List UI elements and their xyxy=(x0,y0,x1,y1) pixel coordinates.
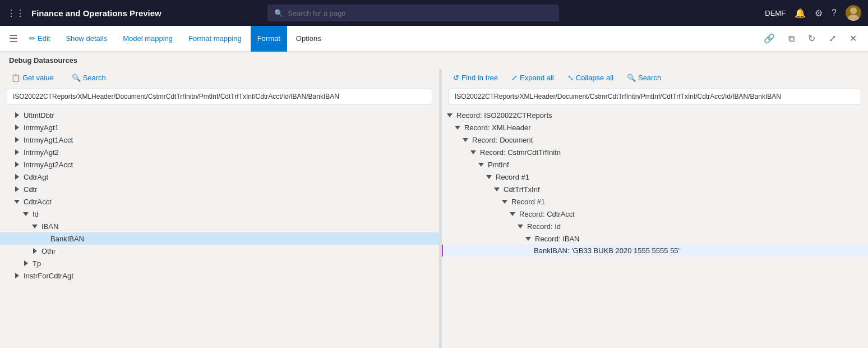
grid-icon[interactable]: ⋮⋮ xyxy=(7,8,25,19)
right-tree-item-iso20022[interactable]: Record: ISO20022CTReports xyxy=(442,109,868,121)
tree-label-instrforcdtragt: InstrForCdtrAgt xyxy=(24,272,73,280)
tree-toggle-tp xyxy=(22,259,31,268)
split-view-icon[interactable]: ⧉ xyxy=(784,31,799,46)
tree-item-bankiban[interactable]: BankIBAN xyxy=(0,232,439,245)
right-tree-label-iso20022: Record: ISO20022CTReports xyxy=(456,111,552,120)
right-tree-item-right-id[interactable]: Record: Id xyxy=(442,220,868,232)
edit-icon: ✏ xyxy=(29,34,35,43)
right-tree-label-record1b: Record #1 xyxy=(511,198,545,206)
format-button[interactable]: Format xyxy=(251,26,287,52)
tree-toggle-intrmyagt1 xyxy=(13,123,22,132)
left-search-button[interactable]: 🔍 Search xyxy=(67,71,110,84)
format-mapping-label: Format mapping xyxy=(188,34,242,43)
options-tab[interactable]: Options xyxy=(289,26,328,52)
tree-item-intrmyagt2acct[interactable]: IntrmyAgt2Acct xyxy=(0,158,439,171)
refresh-icon[interactable]: ↻ xyxy=(804,31,820,46)
tree-item-iban[interactable]: IBAN xyxy=(0,220,439,232)
right-path-bar: ISO20022CTReports/XMLHeader/Document/Cst… xyxy=(449,89,861,104)
tree-toggle-instrforcdtragt xyxy=(13,271,22,280)
expand-all-label: Expand all xyxy=(520,74,554,82)
right-tree-item-record1a[interactable]: Record #1 xyxy=(442,171,868,183)
global-search-input[interactable] xyxy=(288,9,552,17)
right-tree-label-cstmrcdt: Record: CstmrCdtTrfInitn xyxy=(480,148,561,157)
tree-item-cdtr[interactable]: Cdtr xyxy=(0,183,439,195)
collapse-all-icon: ⤡ xyxy=(567,74,574,82)
tree-toggle-othr xyxy=(31,246,40,255)
tree-item-instrforcdtragt[interactable]: InstrForCdtrAgt xyxy=(0,269,439,282)
global-search-bar[interactable]: 🔍 xyxy=(267,4,559,21)
search-icon: 🔍 xyxy=(72,74,81,82)
find-in-tree-button[interactable]: ↺ Find in tree xyxy=(449,71,502,84)
right-tree-item-cdttrftxinf[interactable]: CdtTrfTxInf xyxy=(442,183,868,195)
close-button[interactable]: ✕ xyxy=(845,31,861,46)
svg-point-0 xyxy=(850,7,857,14)
right-tree-item-bankiban-value[interactable]: BankIBAN: 'GB33 BUKB 2020 1555 5555 55' xyxy=(442,245,868,257)
right-tree-label-bankiban-value: BankIBAN: 'GB33 BUKB 2020 1555 5555 55' xyxy=(534,246,680,255)
tree-item-cdtracct[interactable]: CdtrAcct xyxy=(0,195,439,208)
right-tree-item-cstmrcdt[interactable]: Record: CstmrCdtTrfInitn xyxy=(442,146,868,158)
find-in-tree-label: Find in tree xyxy=(461,74,498,82)
tree-toggle-right-cdtracct xyxy=(509,209,518,218)
tree-label-intrmyagt1acct: IntrmyAgt1Acct xyxy=(24,136,73,144)
format-label: Format xyxy=(257,34,280,43)
help-icon[interactable]: ? xyxy=(832,8,837,18)
format-mapping-button[interactable]: Format mapping xyxy=(182,26,248,52)
tree-item-id[interactable]: Id xyxy=(0,208,439,220)
expand-icon[interactable]: ⤢ xyxy=(824,31,841,46)
right-tree-item-xmlheader[interactable]: Record: XMLHeader xyxy=(442,121,868,134)
bell-icon[interactable]: 🔔 xyxy=(795,8,806,19)
top-nav-right: DEMF 🔔 ⚙ ? xyxy=(765,5,861,21)
tree-toggle-document xyxy=(462,135,471,144)
tree-toggle-cdttrftxinf xyxy=(493,185,502,194)
tree-item-ultmtdbtr[interactable]: UltmtDbtr xyxy=(0,109,439,121)
tree-item-tp[interactable]: Tp xyxy=(0,257,439,269)
collapse-all-button[interactable]: ⤡ Collapse all xyxy=(563,71,618,84)
tree-toggle-intrmyagt2acct xyxy=(13,160,22,169)
right-search-icon: 🔍 xyxy=(627,74,636,82)
tree-label-ultmtdbtr: UltmtDbtr xyxy=(24,111,54,120)
tree-toggle-intrmyagt1acct xyxy=(13,135,22,144)
expand-all-icon: ⤢ xyxy=(511,74,518,82)
tree-toggle-cdtracct xyxy=(13,197,22,206)
avatar[interactable] xyxy=(846,5,861,21)
left-panel: 📋 Get value 🔍 Search ISO20022CTReports/X… xyxy=(0,69,439,348)
tree-label-intrmyagt1: IntrmyAgt1 xyxy=(24,123,59,132)
model-mapping-button[interactable]: Model mapping xyxy=(116,26,179,52)
tree-toggle-right-id xyxy=(517,222,526,231)
tree-label-intrmyagt2acct: IntrmyAgt2Acct xyxy=(24,161,73,169)
right-tree-item-right-iban[interactable]: Record: IBAN xyxy=(442,232,868,245)
get-value-button[interactable]: 📋 Get value xyxy=(7,71,58,84)
link-icon[interactable]: 🔗 xyxy=(759,31,779,46)
right-tree-item-right-cdtracct[interactable]: Record: CdtrAcct xyxy=(442,208,868,220)
tree-toggle-record1b xyxy=(501,197,510,206)
show-details-label: Show details xyxy=(66,34,107,43)
tree-label-bankiban: BankIBAN xyxy=(50,235,84,243)
left-tree: UltmtDbtr IntrmyAgt1 IntrmyAgt1Acct Intr… xyxy=(0,107,439,348)
tree-item-intrmyagt1[interactable]: IntrmyAgt1 xyxy=(0,121,439,134)
tree-item-cdtragt[interactable]: CdtrAgt xyxy=(0,171,439,183)
show-details-button[interactable]: Show details xyxy=(59,26,114,52)
tree-item-intrmyagt2[interactable]: IntrmyAgt2 xyxy=(0,146,439,158)
right-panel: ↺ Find in tree ⤢ Expand all ⤡ Collapse a… xyxy=(442,69,868,348)
tree-item-intrmyagt1acct[interactable]: IntrmyAgt1Acct xyxy=(0,134,439,146)
gear-icon[interactable]: ⚙ xyxy=(815,8,823,19)
search-icon: 🔍 xyxy=(274,9,283,17)
tree-toggle-cdtragt xyxy=(13,172,22,181)
hamburger-icon[interactable]: ☰ xyxy=(7,30,20,47)
right-tree-item-record1b[interactable]: Record #1 xyxy=(442,195,868,208)
tree-label-cdtracct: CdtrAcct xyxy=(24,198,52,206)
right-tree-item-pmtinf[interactable]: PmtInf xyxy=(442,158,868,171)
right-tree-item-document[interactable]: Record: Document xyxy=(442,134,868,146)
left-search-label: Search xyxy=(83,74,106,82)
expand-all-button[interactable]: ⤢ Expand all xyxy=(507,71,558,84)
main-content: Debug Datasources 📋 Get value 🔍 Search I… xyxy=(0,52,868,348)
get-value-icon: 📋 xyxy=(11,74,20,82)
sec-nav-actions: 🔗 ⧉ ↻ ⤢ ✕ xyxy=(759,31,861,46)
edit-button[interactable]: ✏ Edit xyxy=(22,26,57,52)
tree-toggle-cdtr xyxy=(13,185,22,194)
tree-item-othr[interactable]: Othr xyxy=(0,245,439,257)
tree-label-id: Id xyxy=(33,210,39,218)
right-tree-label-right-id: Record: Id xyxy=(527,222,561,231)
right-search-button[interactable]: 🔍 Search xyxy=(622,71,666,84)
find-in-tree-icon: ↺ xyxy=(453,74,459,82)
